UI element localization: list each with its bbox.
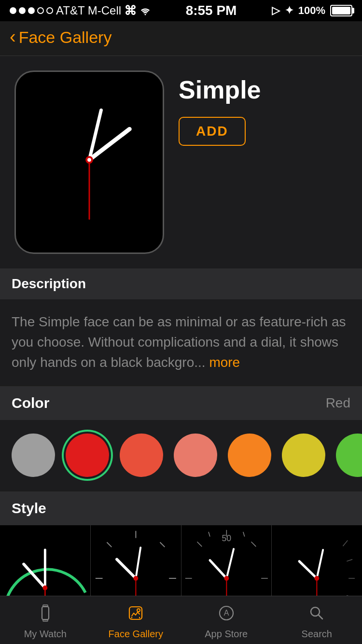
color-header: Color Red	[0, 386, 362, 420]
dot-4	[37, 7, 44, 14]
color-swatch-coral[interactable]	[120, 434, 163, 477]
tab-bar: My Watch Face Gallery A App Store	[0, 596, 362, 644]
svg-point-23	[133, 576, 138, 581]
color-swatch-salmon[interactable]	[174, 434, 217, 477]
svg-point-40	[224, 576, 229, 581]
svg-point-0	[145, 14, 146, 15]
status-left: AT&T M-Cell ⌘	[10, 3, 151, 18]
wifi-icon: ⌘	[124, 3, 151, 18]
style-section-header: Style	[0, 491, 362, 525]
svg-text:50: 50	[222, 533, 231, 543]
style-section-label: Style	[12, 500, 46, 516]
more-link[interactable]: more	[209, 355, 240, 370]
add-button[interactable]: ADD	[179, 117, 246, 146]
app-store-icon: A	[218, 604, 235, 626]
svg-point-50	[315, 576, 320, 581]
nav-header: ‹ Face Gallery	[0, 21, 362, 56]
tab-my-watch[interactable]: My Watch	[0, 601, 91, 640]
face-gallery-icon	[127, 604, 144, 626]
color-swatch-silver[interactable]	[12, 434, 55, 477]
search-icon	[308, 604, 325, 626]
description-header: Description	[0, 268, 362, 299]
status-time: 8:55 PM	[186, 3, 237, 18]
color-current-value: Red	[326, 395, 350, 411]
description-text: The Simple face can be as minimal or as …	[12, 312, 350, 373]
signal-dots	[10, 7, 53, 14]
hero-section: Simple ADD	[0, 56, 362, 268]
tab-app-store[interactable]: A App Store	[181, 601, 272, 640]
svg-text:A: A	[223, 609, 229, 617]
battery-percent: 100%	[298, 4, 325, 17]
tab-my-watch-label: My Watch	[24, 629, 67, 640]
svg-point-55	[137, 609, 140, 612]
tab-app-store-label: App Store	[205, 629, 248, 640]
bluetooth-icon: ✦	[285, 4, 293, 17]
tab-face-gallery[interactable]: Face Gallery	[91, 601, 181, 640]
dot-1	[10, 7, 16, 14]
tab-face-gallery-label: Face Gallery	[109, 629, 163, 640]
battery-icon	[330, 5, 352, 16]
back-button[interactable]: ‹ Face Gallery	[10, 28, 111, 47]
color-options	[0, 420, 362, 490]
color-section-label: Color	[12, 395, 49, 411]
svg-line-59	[319, 615, 322, 619]
svg-point-5	[87, 158, 91, 162]
dot-3	[28, 7, 35, 14]
face-title: Simple	[179, 75, 348, 104]
svg-point-10	[42, 586, 47, 590]
color-section: Color Red	[0, 386, 362, 490]
color-swatch-yellow[interactable]	[282, 434, 325, 477]
dot-2	[19, 7, 26, 14]
carrier-label: AT&T M-Cell	[56, 4, 121, 17]
back-label: Face Gallery	[19, 28, 112, 47]
battery-fill	[332, 7, 350, 14]
location-icon: ▷	[272, 4, 280, 17]
description-section: The Simple face can be as minimal or as …	[0, 299, 362, 385]
watch-face-preview	[14, 70, 164, 254]
tab-search-label: Search	[302, 629, 332, 640]
color-swatch-orange[interactable]	[228, 434, 271, 477]
status-bar: AT&T M-Cell ⌘ 8:55 PM ▷ ✦ 100%	[0, 0, 362, 21]
hero-info: Simple ADD	[179, 70, 348, 146]
color-swatch-red[interactable]	[66, 434, 109, 477]
svg-rect-54	[129, 607, 142, 619]
clock-svg	[16, 72, 163, 252]
tab-search[interactable]: Search	[272, 601, 362, 640]
description-body: The Simple face can be as minimal or as …	[12, 314, 346, 370]
my-watch-icon	[37, 604, 54, 626]
status-right: ▷ ✦ 100%	[272, 4, 352, 17]
dot-5	[46, 7, 53, 14]
svg-rect-51	[42, 606, 49, 620]
back-chevron-icon: ‹	[10, 28, 16, 46]
color-swatch-green[interactable]	[336, 434, 362, 477]
